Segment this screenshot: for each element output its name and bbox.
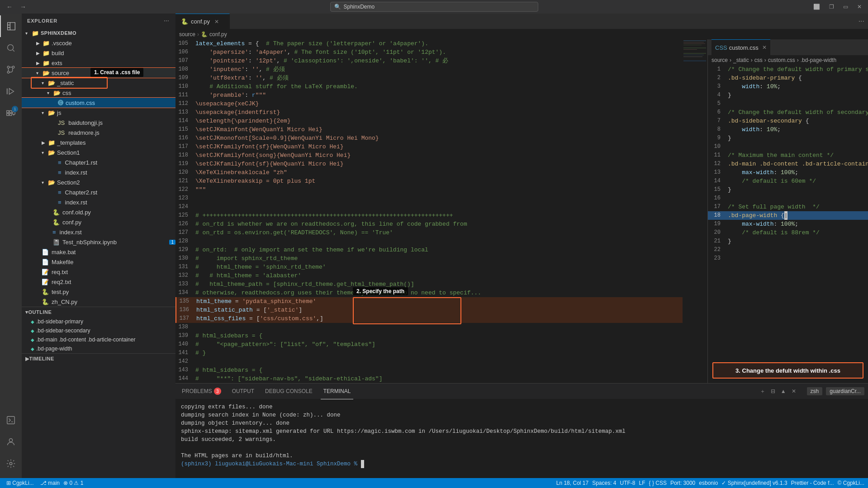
status-errors[interactable]: ⊗ 0 ⚠ 1	[63, 480, 83, 486]
outline-item-4[interactable]: ◆ .bd-page-width	[22, 344, 175, 353]
tab-more-icon[interactable]: ···	[855, 17, 868, 25]
tree-item-makebat[interactable]: 📄 make.bat	[22, 247, 175, 257]
tab-close-icon[interactable]: ✕	[214, 19, 219, 25]
tree-item-conf-old[interactable]: 🐍 conf.old.py	[22, 207, 175, 217]
activity-search[interactable]	[0, 37, 22, 59]
css-line-9: 9 }	[708, 134, 868, 142]
code-line-137: 137 html_css_files = ['css/custom.css',]	[175, 314, 683, 323]
tree-item-chapter1[interactable]: ≡ Chapter1.rst	[22, 157, 175, 167]
breadcrumb-selector[interactable]: .bd-page-width	[801, 57, 836, 63]
tab-confpy[interactable]: 🐍 conf.py ✕	[175, 14, 230, 29]
tree-item-req[interactable]: 📝 req.txt	[22, 267, 175, 277]
tree-item-index-s2[interactable]: ≡ index.rst	[22, 197, 175, 207]
forward-button[interactable]: →	[17, 2, 29, 11]
tree-item-css[interactable]: ▾ 📂 css	[22, 88, 175, 98]
tree-item-js[interactable]: ▾ 📂 js	[22, 108, 175, 118]
code-line-144: 144 # "**": ["sidebar-nav-bs", "sidebar-…	[175, 374, 683, 383]
tree-item-section2[interactable]: ▾ 📂 Section2	[22, 177, 175, 187]
tree-item-index-root[interactable]: ≡ index.rst	[22, 227, 175, 237]
tab-terminal[interactable]: TERMINAL	[321, 384, 354, 399]
outline-label: .bd-sidebar-secondary	[36, 327, 90, 334]
code-content-left[interactable]: 105 latex_elements = { # The paper size …	[175, 39, 683, 383]
tree-item-zhcn[interactable]: 🐍 zh_CN.py	[22, 297, 175, 307]
status-branch[interactable]: ⎇ main	[40, 480, 60, 486]
timeline-header[interactable]: ▶ TIMELINE	[22, 354, 175, 364]
tree-item-vscode[interactable]: ▶ 📁 .vscode	[22, 38, 175, 48]
terminal-close-icon[interactable]: ✕	[790, 387, 798, 395]
tree-item-readmore[interactable]: JS readmore.js	[22, 128, 175, 137]
outline-header[interactable]: ▾ OUTLINE	[22, 307, 175, 317]
status-remote[interactable]: ⊞ CgpkLi...	[4, 480, 37, 486]
breadcrumb-custom[interactable]: custom.css	[768, 57, 795, 63]
code-content-right[interactable]: 1 /* Change the default width of primary…	[708, 65, 868, 383]
tree-item-section1[interactable]: ▾ 📂 Section1	[22, 147, 175, 157]
code-line-113: 113 \usepackage{indentfirst}	[175, 108, 683, 117]
tree-item-exts[interactable]: ▶ 📁 exts	[22, 58, 175, 68]
outline-item-3[interactable]: ◆ .bd-main .bd-content .bd-article-conta…	[22, 335, 175, 344]
back-button[interactable]: ←	[4, 2, 15, 11]
css-line-15: 15 }	[708, 185, 868, 194]
css-line-17: 17 /* Set full page width */	[708, 203, 868, 211]
tree-label: baidutongji.js	[68, 119, 103, 126]
breadcrumb-source[interactable]: source	[179, 31, 195, 38]
breadcrumb-static[interactable]: _static	[733, 57, 749, 63]
svg-point-2	[12, 66, 14, 68]
tree-item-custom-css[interactable]: 🅒 custom.css	[22, 98, 175, 108]
tree-item-conf-py[interactable]: 🐍 conf.py	[22, 217, 175, 227]
activity-remote[interactable]	[0, 409, 22, 431]
tree-item-testpy[interactable]: 🐍 test.py	[22, 287, 175, 297]
titlebar-search[interactable]: 🔍 SphinxDemo	[330, 2, 538, 12]
tree-item-chapter2[interactable]: ≡ Chapter2.rst	[22, 187, 175, 197]
status-encoding[interactable]: UTF-8	[620, 480, 636, 486]
tree-item-makefile[interactable]: 📄 Makefile	[22, 257, 175, 267]
status-sphinx[interactable]: ✓ Sphinx[undefined] v6.1.3	[721, 480, 787, 486]
activity-extensions[interactable]: 1	[0, 102, 22, 124]
status-port[interactable]: Port: 3000	[670, 480, 695, 486]
terminal-add-icon[interactable]: ＋	[758, 387, 767, 396]
window-icon-2[interactable]: ❐	[826, 3, 837, 11]
tree-item-ipynb[interactable]: 📓 Test_nbSphinx.ipynb 1	[22, 237, 175, 247]
terminal-max-icon[interactable]: ▲	[779, 387, 788, 395]
tab-problems[interactable]: PROBLEMS 3	[179, 384, 224, 399]
status-prettier[interactable]: Prettier - Code f...	[791, 480, 834, 486]
code-line-118: 118 \setCJKfamilyfont{song}{WenQuanYi Mi…	[175, 151, 683, 160]
activity-git[interactable]	[0, 59, 22, 81]
tree-item-source[interactable]: ▾ 📂 source	[22, 68, 175, 78]
css-line-3: 3 width: 10%;	[708, 82, 868, 91]
terminal-content[interactable]: copying extra files... done dumping sear…	[175, 399, 868, 478]
tree-item-index-s1[interactable]: ≡ index.rst	[22, 167, 175, 177]
tab-close-css-icon[interactable]: ✕	[762, 44, 767, 51]
status-spaces[interactable]: Spaces: 4	[592, 480, 616, 486]
activity-settings[interactable]	[0, 453, 22, 474]
status-copilot[interactable]: © CgpkLi...	[837, 480, 864, 486]
outline-item-2[interactable]: ◆ .bd-sidebar-secondary	[22, 326, 175, 335]
status-line-col[interactable]: Ln 18, Col 17	[556, 480, 588, 486]
status-eol[interactable]: LF	[639, 480, 645, 486]
status-esbonio[interactable]: esbonio	[699, 480, 718, 486]
breadcrumb-source[interactable]: source	[711, 57, 728, 63]
activity-explorer[interactable]	[0, 15, 22, 37]
window-icon-1[interactable]: ⬜	[811, 3, 823, 11]
window-close[interactable]: ✕	[854, 3, 864, 11]
tree-item-static[interactable]: ▾ 📂 _static	[22, 78, 175, 88]
code-line-124: 124	[175, 203, 683, 211]
svg-rect-15	[683, 42, 704, 43]
activity-run[interactable]	[0, 81, 22, 102]
timeline-section: ▶ TIMELINE	[22, 353, 175, 364]
tree-item-baidutongji[interactable]: JS baidutongji.js	[22, 118, 175, 128]
tree-item-sphinxdemo[interactable]: ▾ 📁 SPHINXDEMO	[22, 28, 175, 38]
activity-account[interactable]	[0, 431, 22, 453]
status-language[interactable]: { } CSS	[649, 480, 667, 486]
window-icon-3[interactable]: ▭	[840, 3, 851, 11]
tree-item-templates[interactable]: ▶ 📁 _templates	[22, 137, 175, 147]
breadcrumb-css[interactable]: css	[754, 57, 763, 63]
tree-item-req2[interactable]: 📝 req2.txt	[22, 277, 175, 287]
tab-output[interactable]: OUTPUT	[229, 384, 257, 399]
sidebar-more-icon[interactable]: ···	[163, 17, 170, 24]
tree-item-build[interactable]: ▶ 📁 build	[22, 48, 175, 58]
breadcrumb-confpy[interactable]: conf.py	[209, 31, 227, 38]
terminal-split-icon[interactable]: ⊟	[769, 387, 777, 395]
tab-debug[interactable]: DEBUG CONSOLE	[262, 384, 315, 399]
outline-item-1[interactable]: ◆ .bd-sidebar-primary	[22, 317, 175, 326]
tab-customcss[interactable]: CSS custom.css ✕	[711, 39, 770, 55]
